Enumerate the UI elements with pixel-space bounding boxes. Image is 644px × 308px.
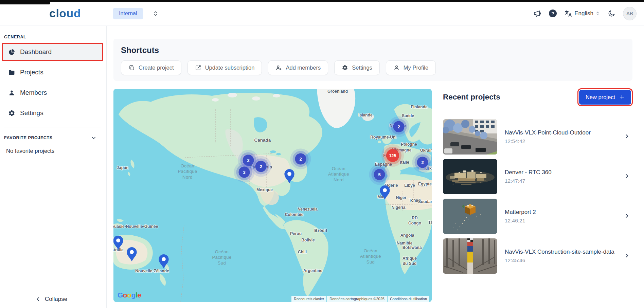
- sidebar-item-label: Dashboard: [20, 48, 52, 56]
- map-cluster-2[interactable]: 2: [417, 157, 428, 168]
- avatar[interactable]: AB: [623, 7, 637, 20]
- map-cluster-125[interactable]: 125: [386, 149, 399, 162]
- person-icon: [393, 65, 400, 71]
- shortcut-settings-button[interactable]: Settings: [334, 60, 380, 75]
- shortcut-button-label: My Profile: [404, 65, 428, 71]
- dark-mode-icon[interactable]: [607, 10, 615, 18]
- workspace-badge[interactable]: Internal: [113, 8, 143, 19]
- sidebar-item-label: Members: [20, 89, 47, 96]
- shortcut-button-label: Update subscription: [205, 65, 255, 71]
- project-row[interactable]: NavVis-VLX Construction-site-sample-data…: [443, 236, 633, 276]
- map-pin[interactable]: [113, 235, 124, 252]
- shortcut-add-members-button[interactable]: Add members: [268, 60, 328, 75]
- project-row[interactable]: NavVis-VLX-Point-Cloud-Outdoor12:54:42: [443, 117, 633, 157]
- sidebar: GENERAL DashboardProjectsMembersSettings…: [0, 26, 107, 308]
- google-logo-letter: g: [131, 291, 136, 299]
- project-time: 12:46:21: [505, 218, 616, 224]
- map-attribution-raccourcis-clavier[interactable]: Raccourcis clavier: [291, 296, 326, 302]
- sidebar-item-dashboard[interactable]: Dashboard: [2, 43, 103, 61]
- project-name: Denver - RTC 360: [505, 169, 616, 176]
- project-thumbnail: [443, 119, 497, 155]
- recent-projects-panel: Recent projects New project NavVis-VLX-P…: [443, 89, 633, 276]
- google-logo-letter: G: [118, 291, 123, 299]
- shortcut-button-label: Settings: [352, 65, 372, 71]
- project-info: Denver - RTC 36012:47:47: [505, 169, 616, 184]
- recent-projects-title: Recent projects: [443, 93, 500, 102]
- chevron-down-icon[interactable]: [91, 135, 97, 141]
- pie-chart-icon: [8, 49, 15, 56]
- browser-top-edge: [0, 0, 644, 2]
- help-icon[interactable]: ?: [549, 10, 557, 17]
- map-cluster-2[interactable]: 2: [393, 121, 405, 132]
- map-cluster-2[interactable]: 2: [255, 161, 267, 172]
- map-pin[interactable]: [284, 169, 295, 185]
- gear-icon: [8, 110, 15, 117]
- map-pin[interactable]: [158, 254, 169, 270]
- favorites-empty-text: No favorite projects: [0, 144, 106, 154]
- project-info: Matterport 212:46:21: [505, 209, 616, 224]
- shortcut-update-subscription-button[interactable]: Update subscription: [187, 60, 262, 75]
- chevron-right-icon: [624, 133, 630, 141]
- project-thumbnail: [443, 159, 497, 194]
- map-cluster-3[interactable]: 3: [239, 167, 250, 178]
- sidebar-section-favorites: FAVORITE PROJECTS: [4, 135, 53, 140]
- project-name: NavVis-VLX Construction-site-sample-data: [505, 249, 616, 255]
- collapse-sidebar-button[interactable]: Collapse: [35, 296, 67, 303]
- map-cluster-2[interactable]: 2: [243, 155, 254, 166]
- world-map[interactable]: GroenlandIslandeFinlandeSuèdeNorvègeRoya…: [113, 89, 432, 302]
- language-selector[interactable]: English: [564, 10, 600, 18]
- shortcuts-title: Shortcuts: [121, 46, 625, 55]
- map-pin[interactable]: [379, 185, 390, 201]
- sidebar-item-label: Settings: [20, 109, 43, 117]
- shortcut-my-profile-button[interactable]: My Profile: [386, 60, 436, 75]
- shortcut-button-label: Create project: [139, 65, 174, 71]
- app-logo: cloud: [49, 7, 81, 20]
- collapse-label: Collapse: [45, 296, 67, 303]
- workspace-switcher-icon[interactable]: [152, 10, 159, 17]
- map-pin[interactable]: [126, 247, 137, 263]
- project-time: 12:45:46: [505, 257, 616, 264]
- project-list: NavVis-VLX-Point-Cloud-Outdoor12:54:42De…: [443, 117, 633, 276]
- favorites-header: FAVORITE PROJECTS: [0, 127, 106, 144]
- google-logo-letter: o: [127, 291, 131, 299]
- map-cluster-5[interactable]: 5: [374, 169, 385, 180]
- recent-divider: [443, 113, 633, 113]
- google-logo[interactable]: Google: [118, 291, 141, 299]
- map-cluster-2[interactable]: 2: [295, 153, 306, 165]
- plus-icon: [619, 94, 625, 100]
- sidebar-item-label: Projects: [20, 69, 43, 76]
- project-row[interactable]: Matterport 212:46:21: [443, 197, 633, 236]
- announcements-icon[interactable]: [533, 10, 541, 18]
- project-time: 12:54:42: [505, 138, 616, 144]
- chevron-right-icon: [624, 253, 630, 260]
- sidebar-section-general: GENERAL: [0, 26, 106, 43]
- gear-outline-icon: [342, 65, 348, 71]
- user-plus-icon: [275, 65, 282, 71]
- folder-icon: [8, 69, 15, 76]
- new-project-label: New project: [586, 94, 615, 101]
- member-icon: [8, 89, 15, 96]
- google-logo-letter: o: [123, 291, 127, 299]
- sidebar-nav: DashboardProjectsMembersSettings: [0, 43, 106, 122]
- language-label: English: [574, 10, 593, 17]
- sidebar-item-settings[interactable]: Settings: [2, 104, 103, 122]
- sidebar-item-members[interactable]: Members: [2, 84, 103, 102]
- project-time: 12:47:47: [505, 178, 616, 184]
- app-header: cloud Internal ? English AB: [0, 2, 644, 25]
- project-name: NavVis-VLX-Point-Cloud-Outdoor: [505, 129, 616, 136]
- copy-icon: [128, 65, 135, 71]
- translate-icon: [564, 10, 572, 18]
- project-thumbnail: [443, 238, 497, 274]
- shortcut-button-label: Add members: [286, 65, 321, 71]
- project-row[interactable]: Denver - RTC 36012:47:47: [443, 157, 633, 197]
- project-info: NavVis-VLX Construction-site-sample-data…: [505, 249, 616, 264]
- project-thumbnail: [443, 199, 497, 234]
- project-name: Matterport 2: [505, 209, 616, 216]
- new-project-button[interactable]: New project: [579, 90, 631, 105]
- map-attribution-conditions-d-utilisation[interactable]: Conditions d'utilisation: [388, 296, 429, 302]
- map-attribution-donn-es-cartographiques-2025[interactable]: Données cartographiques ©2025: [327, 296, 387, 302]
- external-link-icon: [195, 65, 201, 71]
- shortcut-create-project-button[interactable]: Create project: [121, 60, 181, 75]
- project-info: NavVis-VLX-Point-Cloud-Outdoor12:54:42: [505, 129, 616, 144]
- sidebar-item-projects[interactable]: Projects: [2, 63, 103, 81]
